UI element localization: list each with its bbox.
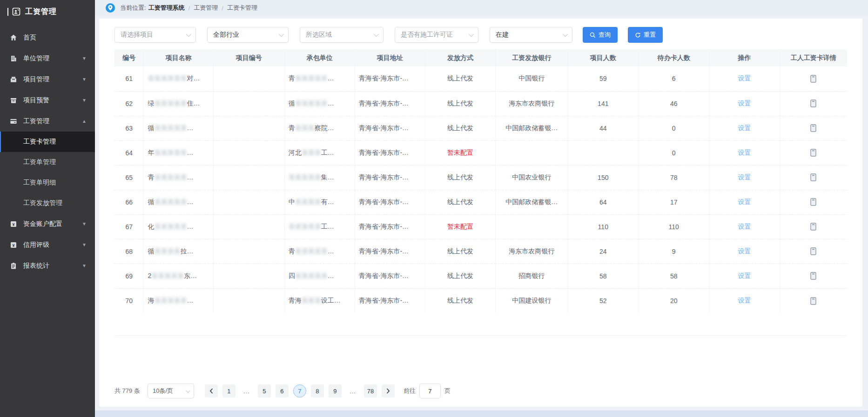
pending-cards-cell: 110 [638, 214, 709, 239]
chevron-down-icon: ▼ [82, 242, 87, 247]
refresh-icon [635, 32, 641, 38]
contractor-cell: 青海某某某设工… [284, 288, 355, 313]
col-project-name: 项目名称 [144, 49, 214, 66]
wage-card-detail-button[interactable] [810, 99, 816, 107]
settings-link[interactable]: 设置 [738, 149, 751, 156]
sidebar-item-report-statistics[interactable]: 报表统计 ▼ [0, 255, 95, 276]
content-card: 请选择项目 全部行业 所选区域 是否有施工许可证 在建 [99, 19, 862, 407]
row-id-cell: 65 [114, 165, 144, 190]
sidebar-subitem-salary-card-management[interactable]: 工资卡管理 [0, 132, 95, 152]
settings-link[interactable]: 设置 [738, 124, 751, 132]
redacted-text: 某某某某某 [154, 297, 187, 304]
chevron-down-icon: ▼ [82, 263, 87, 268]
project-code-cell [213, 239, 284, 264]
redacted-text: 某某某某某 [154, 173, 187, 181]
sidebar-subitem-label: 工资单明细 [23, 179, 56, 187]
sidebar-subitem-payroll-management[interactable]: 工资单管理 [0, 152, 95, 172]
sidebar-item-salary[interactable]: 工资管理 ▲ [0, 111, 95, 132]
chevron-down-icon: ▼ [82, 221, 87, 226]
wage-card-detail-button[interactable] [810, 198, 816, 206]
breadcrumb-level2[interactable]: 工资管理 [194, 4, 218, 12]
wage-card-detail-button[interactable] [810, 247, 816, 255]
payment-method-cell: 线上代发 [425, 288, 495, 313]
contractor-cell: 中某某某某有… [284, 190, 355, 214]
sidebar-item-credit-rating[interactable]: ¥ 信用评级 ▼ [0, 234, 95, 255]
actions-cell: 设置 [709, 66, 780, 91]
status-select[interactable]: 在建 [490, 27, 572, 43]
settings-link[interactable]: 设置 [738, 272, 751, 279]
wage-card-detail-button[interactable] [810, 223, 816, 231]
actions-cell: 设置 [709, 190, 780, 214]
project-warning-icon [9, 97, 17, 104]
page-list: 1...56789...78 [220, 384, 379, 397]
breadcrumb-level3: 工资卡管理 [227, 4, 257, 12]
page-button[interactable]: 1 [222, 384, 236, 397]
horizontal-scrollbar[interactable] [95, 410, 868, 417]
wage-card-detail-icon [810, 272, 816, 280]
sidebar-item-fund-account[interactable]: ¥ 资金账户配置 ▼ [0, 213, 95, 234]
page-button-current[interactable]: 7 [293, 384, 306, 397]
page-button[interactable]: 78 [364, 384, 377, 397]
col-pending-cards: 待办卡人数 [638, 49, 709, 66]
sidebar-item-project-alerts[interactable]: 项目预警 ▼ [0, 90, 95, 111]
bank-cell: 招商银行 [495, 264, 568, 288]
bank-cell [495, 214, 568, 239]
sidebar-item-projects[interactable]: 项目管理 ▼ [0, 69, 95, 90]
col-id: 编号 [114, 49, 144, 66]
industry-select[interactable]: 全部行业 [207, 27, 289, 43]
page-size-select[interactable]: 10条/页 [148, 384, 194, 398]
contractor-cell: 某某某某某工… [284, 214, 355, 239]
redacted-text: 某某某 [295, 124, 315, 132]
page-button[interactable]: 6 [276, 384, 289, 397]
wage-card-detail-button[interactable] [810, 272, 816, 280]
sidebar-item-home[interactable]: 首页 [0, 27, 95, 48]
page-button[interactable]: 8 [311, 384, 324, 397]
page-button[interactable]: 9 [329, 384, 342, 397]
card-detail-cell [780, 190, 847, 214]
settings-link[interactable]: 设置 [738, 223, 751, 230]
wage-card-detail-button[interactable] [810, 173, 816, 181]
payment-method-cell: 线上代发 [425, 239, 495, 264]
main-area: 当前位置: 工资管理系统 / 工资管理 / 工资卡管理 请选择项目 全部行业 所… [95, 0, 868, 417]
wage-card-detail-button[interactable] [810, 124, 816, 132]
wage-card-detail-button[interactable] [810, 75, 816, 83]
prev-page-button[interactable] [205, 384, 218, 397]
next-page-button[interactable] [382, 384, 395, 397]
goto-page-input[interactable] [419, 384, 441, 398]
project-select[interactable]: 请选择项目 [114, 27, 196, 43]
project-code-cell [213, 288, 284, 313]
more-pages-button[interactable]: ... [346, 384, 359, 397]
more-pages-button[interactable]: ... [240, 384, 253, 397]
sidebar-subitem-payroll-detail[interactable]: 工资单明细 [0, 172, 95, 193]
wage-card-detail-button[interactable] [810, 297, 816, 305]
table-row: 65 青某某某某某… 某某某某某集… 青海省-海东市-… 线上代发 中国农业银行… [114, 165, 847, 190]
sidebar-item-units[interactable]: 单位管理 ▼ [0, 48, 95, 69]
address-cell: 青海省-海东市-… [355, 264, 425, 288]
construction-permit-select[interactable]: 是否有施工许可证 [395, 27, 478, 43]
project-icon [9, 76, 17, 83]
redacted-text: 某某某某某 [154, 124, 187, 132]
settings-link[interactable]: 设置 [738, 99, 751, 107]
reset-button[interactable]: 重置 [628, 27, 663, 43]
search-button[interactable]: 查询 [583, 27, 618, 43]
settings-link[interactable]: 设置 [738, 247, 751, 255]
card-detail-cell [780, 239, 847, 264]
settings-link[interactable]: 设置 [738, 173, 751, 181]
settings-link[interactable]: 设置 [738, 198, 751, 205]
sidebar-subitem-salary-issue-management[interactable]: 工资发放管理 [0, 193, 95, 213]
table-row: 61 某某某某某某对… 青某某某某某… 青海省-海东市-… 线上代发 中国银行 … [114, 66, 847, 91]
table-row: 63 循某某某某某… 青某某某察院… 青海省-海东市-… 线上代发 中国邮政储蓄… [114, 116, 847, 140]
unit-icon [9, 55, 17, 62]
pending-cards-cell: 6 [638, 66, 709, 91]
goto-suffix: 页 [444, 387, 451, 395]
contractor-cell: 某某某某某集… [284, 165, 355, 190]
settings-link[interactable]: 设置 [738, 74, 751, 82]
wage-card-detail-button[interactable] [810, 149, 816, 157]
chevron-down-icon [563, 32, 568, 37]
breadcrumb-root[interactable]: 工资管理系统 [148, 4, 185, 12]
region-select[interactable]: 所选区域 [300, 27, 384, 43]
sidebar-item-label: 首页 [23, 33, 36, 42]
address-cell: 青海省-海东市-… [355, 239, 425, 264]
page-button[interactable]: 5 [258, 384, 271, 397]
settings-link[interactable]: 设置 [738, 297, 751, 304]
